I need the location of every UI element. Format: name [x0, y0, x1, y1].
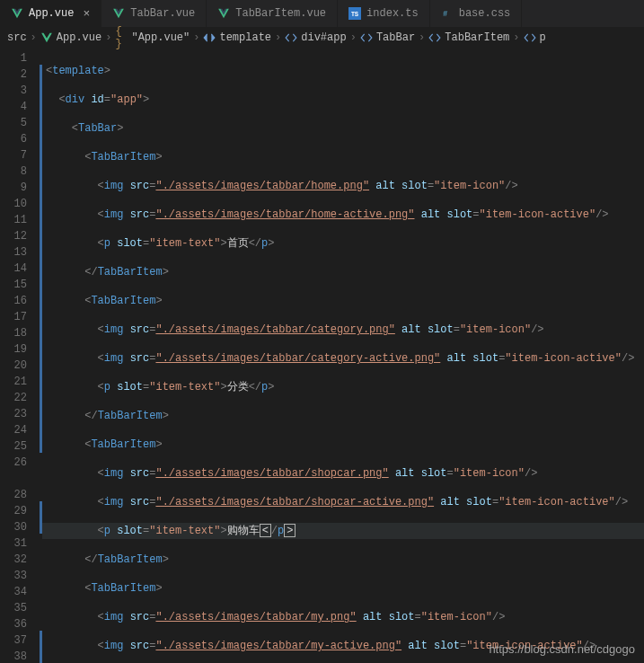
- tag-icon: [360, 31, 373, 44]
- css-icon: #: [441, 7, 454, 20]
- text-cursor: >: [284, 524, 296, 537]
- tab-label: index.ts: [366, 7, 419, 20]
- line-gutter: 1234567891011121314151617181920212223242…: [0, 49, 40, 663]
- crumb-p[interactable]: p: [524, 31, 546, 44]
- code-content[interactable]: <template> <div id="app"> <TabBar> <TabB…: [42, 49, 644, 663]
- crumb-template[interactable]: template: [203, 31, 271, 44]
- tab-label: App.vue: [29, 7, 74, 20]
- ts-icon: TS: [348, 7, 361, 20]
- tag-icon: [285, 31, 297, 44]
- close-icon[interactable]: ×: [83, 7, 90, 21]
- vue-icon: [40, 31, 53, 44]
- tag-icon: [203, 31, 216, 44]
- editor-tabs: App.vue × TabBar.vue TabBarItem.vue TS i…: [0, 0, 644, 27]
- chevron-right-icon: ›: [31, 31, 37, 44]
- crumb-tabbaritem[interactable]: TabBarItem: [428, 31, 509, 44]
- svg-text:TS: TS: [351, 11, 359, 17]
- tab-app-vue[interactable]: App.vue ×: [0, 0, 101, 27]
- tab-label: TabBar.vue: [130, 7, 195, 20]
- tab-index-ts[interactable]: TS index.ts: [338, 0, 430, 27]
- tag-icon: [524, 31, 536, 44]
- tab-tabbar-vue[interactable]: TabBar.vue: [101, 0, 207, 27]
- text-cursor: <: [260, 524, 271, 537]
- chevron-right-icon: ›: [350, 31, 357, 44]
- crumb-src[interactable]: src: [7, 31, 27, 44]
- vue-icon: [217, 7, 230, 20]
- svg-text:#: #: [443, 9, 447, 18]
- vue-icon: [112, 7, 125, 20]
- chevron-right-icon: ›: [105, 31, 111, 44]
- chevron-right-icon: ›: [513, 31, 519, 44]
- crumb-braces[interactable]: { } "App.vue": [115, 31, 190, 44]
- crumb-app-vue[interactable]: App.vue: [40, 31, 101, 44]
- tab-label: base.css: [459, 7, 511, 20]
- tag-icon: [428, 31, 441, 44]
- tab-label: TabBarItem.vue: [235, 7, 326, 20]
- crumb-tabbar[interactable]: TabBar: [360, 31, 415, 44]
- chevron-right-icon: ›: [419, 31, 425, 44]
- tab-tabbaritem-vue[interactable]: TabBarItem.vue: [207, 0, 338, 27]
- chevron-right-icon: ›: [275, 31, 281, 44]
- vue-icon: [11, 7, 23, 20]
- chevron-right-icon: ›: [193, 31, 199, 44]
- breadcrumb: src › App.vue › { } "App.vue" › template…: [0, 27, 644, 49]
- code-editor[interactable]: 1234567891011121314151617181920212223242…: [0, 49, 644, 663]
- braces-icon: { }: [115, 31, 128, 44]
- tab-base-css[interactable]: # base.css: [430, 0, 523, 27]
- watermark: https://blog.csdn.net/cdgogo: [489, 642, 635, 656]
- crumb-div-app[interactable]: div#app: [285, 31, 346, 44]
